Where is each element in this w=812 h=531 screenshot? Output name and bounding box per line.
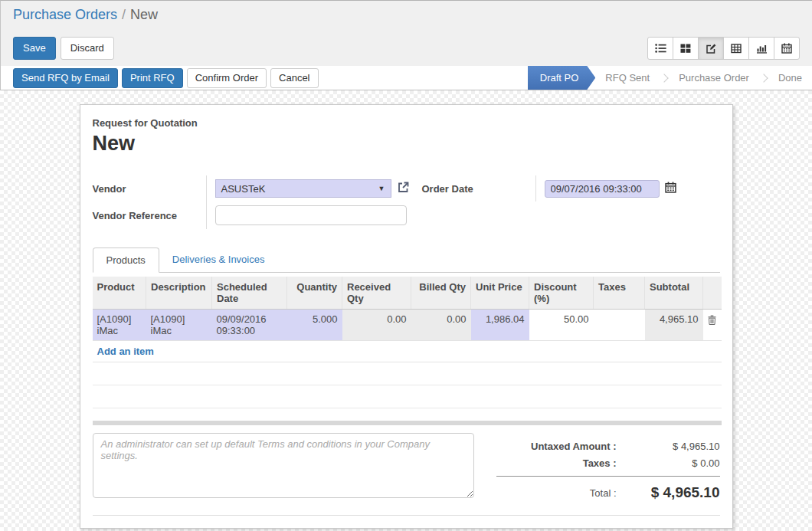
col-taxes[interactable]: Taxes [594, 277, 645, 310]
graph-view-button[interactable] [748, 37, 774, 60]
kanban-icon [680, 43, 691, 54]
breadcrumb-current: New [130, 7, 158, 22]
vendor-value: ASUSTeK [221, 183, 266, 195]
chevron-right-icon [660, 74, 668, 82]
untaxed-amount-label: Untaxed Amount : [496, 441, 624, 452]
discard-button[interactable]: Discard [61, 37, 114, 60]
terms-and-conditions-textarea[interactable] [93, 433, 474, 498]
status-purchase-order[interactable]: Purchase Order [669, 66, 759, 90]
tab-deliveries-invoices[interactable]: Deliveries & Invoices [159, 247, 278, 272]
list-view-button[interactable] [647, 37, 673, 60]
cell-delete[interactable] [703, 310, 722, 341]
caret-down-icon: ▼ [378, 185, 385, 192]
calendar-icon [665, 182, 676, 195]
col-received-qty[interactable]: Received Qty [342, 277, 411, 310]
totals-separator [496, 476, 720, 477]
sheet-subtitle: Request for Quotation [93, 117, 720, 129]
empty-row [93, 385, 722, 408]
breadcrumb-separator: / [122, 7, 126, 22]
sheet-bottom-divider [93, 515, 720, 516]
form-sheet: Request for Quotation New Vendor ASUSTeK… [80, 104, 733, 529]
vendor-label: Vendor [93, 183, 206, 195]
cell-received-qty: 0.00 [342, 310, 411, 341]
cell-quantity[interactable]: 5.000 [287, 310, 342, 341]
kanban-view-button[interactable] [673, 37, 699, 60]
col-billed-qty[interactable]: Billed Qty [411, 277, 471, 310]
status-rfq-sent[interactable]: RFQ Sent [595, 66, 660, 90]
cell-subtotal: 4,965.10 [645, 310, 703, 341]
form-icon [706, 43, 717, 54]
cell-product[interactable]: [A1090] iMac [93, 310, 146, 341]
empty-row [93, 362, 722, 385]
action-bar: Send RFQ by Email Print RFQ Confirm Orde… [0, 66, 812, 90]
graph-icon [756, 43, 768, 54]
add-item-row: Add an item [93, 341, 722, 362]
vendor-reference-input[interactable] [215, 205, 407, 225]
status-draft-po[interactable]: Draft PO [528, 66, 596, 90]
confirm-order-button[interactable]: Confirm Order [187, 68, 267, 88]
external-link-icon [397, 181, 410, 196]
col-actions [703, 277, 722, 310]
sheet-bottom: Untaxed Amount : $ 4,965.10 Taxes : $ 0.… [93, 433, 720, 504]
send-rfq-button[interactable]: Send RFQ by Email [13, 68, 118, 88]
control-panel: Purchase Orders/New Save Discard [0, 0, 812, 66]
cancel-button[interactable]: Cancel [270, 68, 318, 88]
taxes-value: $ 0.00 [624, 457, 720, 469]
form-view-button[interactable] [698, 37, 724, 60]
totals-block: Untaxed Amount : $ 4,965.10 Taxes : $ 0.… [496, 433, 720, 504]
status-done[interactable]: Done [768, 66, 812, 90]
col-discount[interactable]: Discount (%) [529, 277, 594, 310]
pivot-icon [731, 43, 742, 54]
calendar-icon [781, 43, 792, 54]
taxes-label: Taxes : [496, 457, 624, 469]
page-title: New [93, 132, 720, 156]
view-switcher [647, 37, 800, 60]
list-icon [655, 43, 666, 54]
add-an-item-link[interactable]: Add an item [97, 346, 154, 357]
cell-billed-qty: 0.00 [411, 310, 471, 341]
total-value: $ 4,965.10 [624, 484, 720, 501]
statusbar: Draft PO RFQ Sent Purchase Order Done [528, 66, 812, 90]
cell-scheduled-date[interactable]: 09/09/2016 09:33:00 [212, 310, 287, 341]
form-fields: Vendor ASUSTeK ▼ Vendor Reference [93, 175, 720, 229]
breadcrumb: Purchase Orders/New [13, 7, 158, 23]
form-buttons: Save Discard [13, 37, 114, 60]
col-product[interactable]: Product [93, 277, 146, 310]
untaxed-amount-value: $ 4,965.10 [624, 441, 720, 452]
order-lines-table: Product Description Scheduled Date Quant… [93, 277, 722, 408]
vendor-reference-label: Vendor Reference [93, 210, 206, 221]
vendor-select[interactable]: ASUSTeK ▼ [215, 179, 391, 198]
form-fields-right: Order Date [422, 175, 720, 229]
col-subtotal[interactable]: Subtotal [645, 277, 703, 310]
table-scrollbar[interactable] [93, 421, 722, 425]
cell-unit-price[interactable]: 1,986.04 [471, 310, 529, 341]
notebook-tabs: Products Deliveries & Invoices [93, 247, 720, 273]
pivot-view-button[interactable] [723, 37, 749, 60]
col-unit-price[interactable]: Unit Price [471, 277, 529, 310]
open-vendor-button[interactable] [397, 181, 410, 196]
order-date-label: Order Date [422, 183, 535, 195]
col-quantity[interactable]: Quantity [287, 277, 342, 310]
calendar-view-button[interactable] [774, 37, 800, 60]
cell-discount[interactable]: 50.00 [529, 310, 594, 341]
chevron-right-icon [759, 74, 768, 82]
table-row[interactable]: [A1090] iMac [A1090] iMac 09/09/2016 09:… [93, 310, 722, 341]
save-button[interactable]: Save [13, 37, 56, 60]
order-date-input[interactable] [545, 180, 660, 198]
tab-products[interactable]: Products [93, 247, 159, 273]
form-background: Request for Quotation New Vendor ASUSTeK… [0, 90, 812, 531]
total-label: Total : [496, 487, 624, 499]
col-scheduled-date[interactable]: Scheduled Date [212, 277, 287, 310]
breadcrumb-purchase-orders[interactable]: Purchase Orders [13, 7, 117, 22]
col-description[interactable]: Description [146, 277, 212, 310]
print-rfq-button[interactable]: Print RFQ [122, 68, 183, 88]
datepicker-button[interactable] [665, 182, 676, 195]
workflow-buttons: Send RFQ by Email Print RFQ Confirm Orde… [13, 68, 319, 88]
cell-taxes[interactable] [594, 310, 645, 341]
table-header-row: Product Description Scheduled Date Quant… [93, 277, 722, 310]
trash-icon[interactable] [708, 316, 716, 327]
cell-description[interactable]: [A1090] iMac [146, 310, 212, 341]
form-fields-left: Vendor ASUSTeK ▼ Vendor Reference [93, 175, 422, 229]
